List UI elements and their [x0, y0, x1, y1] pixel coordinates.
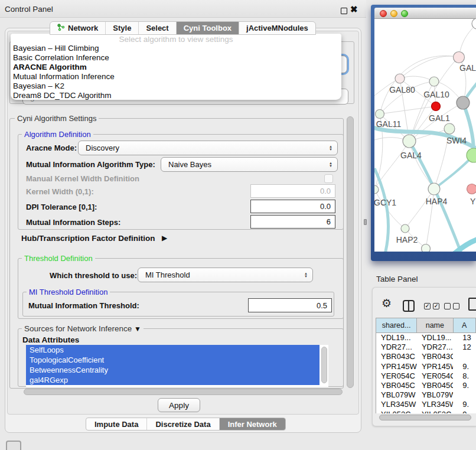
- network-node-gal80[interactable]: [395, 74, 405, 83]
- table-cell: 12: [453, 343, 476, 352]
- network-node-y[interactable]: [467, 184, 476, 194]
- table-horizontal-scrollbar[interactable]: [379, 415, 471, 420]
- tab-impute-data[interactable]: Impute Data: [86, 418, 147, 430]
- network-canvas[interactable]: GALGAL80GAL10GAL1GAL11SWI4GAL4GCY1HAP4YH…: [374, 19, 476, 252]
- table-cell: [453, 352, 476, 361]
- network-node-gal11[interactable]: [376, 110, 384, 119]
- network-edge[interactable]: [374, 190, 405, 229]
- algorithm-option-bayesian-k2[interactable]: Bayesian – K2: [13, 81, 339, 91]
- network-edge[interactable]: [380, 106, 436, 114]
- algorithm-dropdown: Select algorithm to view settings Bayesi…: [11, 34, 341, 100]
- table-row[interactable]: YBR045CYBR045C9.: [376, 381, 476, 390]
- column-header-name[interactable]: name: [417, 318, 453, 333]
- column-header-a[interactable]: A: [454, 318, 476, 333]
- which-threshold-combobox[interactable]: MI Threshold ▲▼: [138, 268, 313, 282]
- dpi-tolerance-label: DPI Tolerance [0,1]:: [26, 203, 97, 211]
- table-row[interactable]: YPR145WYPR145W9.: [376, 362, 476, 371]
- network-edge[interactable]: [374, 168, 389, 252]
- algorithm-option-bayesian-hill-climbing[interactable]: Bayesian – Hill Climbing: [13, 44, 339, 53]
- tab-infer-network[interactable]: Infer Network: [220, 418, 285, 430]
- tab-cyni-toolbox[interactable]: Cyni Toolbox: [177, 22, 239, 34]
- table-cell: 9.: [453, 410, 476, 414]
- network-node-hap2[interactable]: [401, 224, 409, 233]
- column-header-shared[interactable]: shared...: [376, 318, 417, 333]
- table-cell: 9.: [453, 381, 476, 390]
- minimize-window-button[interactable]: [390, 10, 397, 17]
- table-cell: YPR145W: [376, 362, 417, 371]
- attribute-item-betweennesscentrality[interactable]: BetweennessCentrality: [26, 365, 319, 375]
- tab-network[interactable]: Network: [50, 22, 106, 34]
- algorithm-option-aracne-algorithm[interactable]: ARACNE Algorithm: [13, 63, 339, 72]
- select-all-columns-icon[interactable]: ✓✓: [424, 303, 439, 309]
- minimized-panel-icon[interactable]: [6, 441, 21, 450]
- settings-horizontal-scrollbar[interactable]: [24, 389, 343, 395]
- mi-steps-label: Mutual Information Steps:: [26, 218, 120, 227]
- zoom-window-button[interactable]: [401, 10, 408, 17]
- aracne-mode-value: Discovery: [86, 144, 119, 152]
- table-cell: 9.: [453, 362, 476, 371]
- network-node-label: Y: [470, 197, 476, 206]
- gear-icon[interactable]: ⚙: [382, 296, 392, 310]
- algorithm-option-dream8-dc-tdc-algorithm[interactable]: Dream8 DC_TDC Algorithm: [13, 91, 339, 100]
- mi-type-label: Mutual Information Algorithm Type:: [26, 160, 155, 169]
- tab-discretize-data[interactable]: Discretize Data: [147, 418, 219, 430]
- close-window-button[interactable]: [380, 10, 387, 17]
- apply-button[interactable]: Apply: [158, 398, 200, 412]
- attribute-item-gal4rgexp[interactable]: gal4RGexp: [26, 375, 319, 385]
- attribute-item-selfloops[interactable]: SelfLoops: [26, 345, 319, 355]
- network-node[interactable]: [472, 19, 476, 29]
- table-row[interactable]: YDL19...YDL19...13: [376, 333, 476, 343]
- table-row[interactable]: YER054CYER054C8.: [376, 371, 476, 381]
- table-cell: 13: [453, 333, 476, 343]
- table-row[interactable]: YDR27...YDR27...12: [376, 343, 476, 352]
- algorithm-option-basic-correlation-inference[interactable]: Basic Correlation Inference: [13, 53, 339, 63]
- deselect-all-columns-icon[interactable]: [444, 303, 459, 309]
- network-view-window: GALGAL80GAL10GAL1GAL11SWI4GAL4GCY1HAP4YH…: [371, 5, 476, 261]
- collapse-arrow-icon[interactable]: ▼: [134, 325, 141, 333]
- network-node-swi4[interactable]: [444, 123, 455, 134]
- network-edge[interactable]: [463, 103, 474, 155]
- tab-style[interactable]: Style: [106, 22, 139, 34]
- network-tab-icon: [57, 24, 65, 33]
- tab-jactivemnodules[interactable]: jActiveMNodules: [239, 22, 315, 34]
- kernel-width-field[interactable]: 0.0: [250, 184, 335, 198]
- mi-threshold-field[interactable]: 0.5: [248, 298, 332, 312]
- float-panel-icon[interactable]: [341, 8, 347, 14]
- split-pane-grip[interactable]: [364, 219, 367, 225]
- algorithm-option-mutual-information-inference[interactable]: Mutual Information Inference: [13, 72, 339, 81]
- network-node-gal[interactable]: [454, 52, 465, 63]
- mi-steps-field[interactable]: 6: [250, 215, 335, 229]
- aracne-mode-combobox[interactable]: Discovery ▲▼: [78, 141, 338, 155]
- network-node-gal4[interactable]: [403, 135, 416, 148]
- network-node[interactable]: [422, 244, 431, 252]
- aracne-mode-label: Aracne Mode:: [26, 144, 77, 152]
- network-node-hap4[interactable]: [428, 183, 440, 195]
- network-edge[interactable]: [444, 239, 476, 252]
- table-row[interactable]: YBL079WYBL079W: [376, 390, 476, 400]
- list-scrollbar[interactable]: [321, 347, 327, 383]
- mi-type-combobox[interactable]: Naive Bayes ▲▼: [161, 157, 338, 172]
- tab-label: Network: [68, 24, 98, 32]
- table-row[interactable]: YBR043CYBR043C: [376, 352, 476, 361]
- expand-arrow-icon[interactable]: ▶: [162, 234, 167, 242]
- table-cell: YDL19...: [376, 333, 417, 343]
- group-title: MI Threshold Definition: [27, 288, 110, 296]
- group-title: Cyni Algorithm Settings: [15, 114, 99, 123]
- network-node[interactable]: [457, 96, 470, 109]
- table-row[interactable]: YIL052CYIL052C9.: [376, 410, 476, 414]
- attribute-item-topologicalcoefficient[interactable]: TopologicalCoefficient: [26, 355, 319, 365]
- tab-select[interactable]: Select: [139, 22, 176, 34]
- settings-vertical-scrollbar[interactable]: [347, 116, 354, 388]
- mi-threshold-label: Mutual Information Threshold:: [28, 301, 139, 310]
- dpi-tolerance-field[interactable]: 0.0: [250, 200, 335, 213]
- new-table-icon[interactable]: [468, 298, 476, 311]
- network-node-gal10[interactable]: [429, 77, 439, 86]
- close-panel-icon[interactable]: ✖: [350, 4, 358, 15]
- table-row[interactable]: YLR345WYLR345W9.: [376, 400, 476, 409]
- network-edge[interactable]: [400, 76, 434, 81]
- network-node-gcy1[interactable]: [374, 185, 379, 194]
- columns-icon[interactable]: [403, 300, 415, 312]
- network-node-gal1[interactable]: [432, 102, 441, 111]
- network-edge[interactable]: [434, 155, 474, 189]
- manual-kernel-checkbox[interactable]: [324, 174, 333, 183]
